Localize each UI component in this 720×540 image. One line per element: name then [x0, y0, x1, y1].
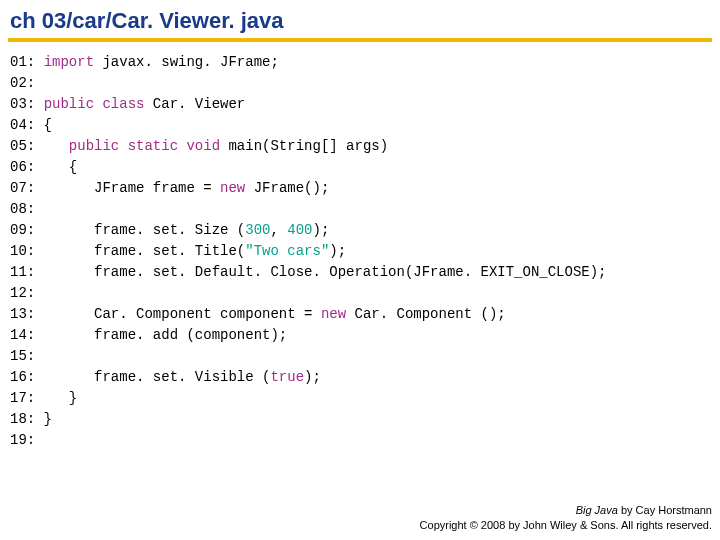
code-token: } — [35, 411, 52, 427]
code-line: 09: frame. set. Size (300, 400); — [10, 220, 720, 241]
code-token — [35, 138, 69, 154]
code-line: 08: — [10, 199, 720, 220]
code-token: JFrame(); — [245, 180, 329, 196]
code-token: } — [35, 390, 77, 406]
string-token: "Two cars" — [245, 243, 329, 259]
code-token: main(String[] args) — [220, 138, 388, 154]
code-token: { — [35, 159, 77, 175]
code-token: frame. set. Default. Close. Operation(JF… — [35, 264, 606, 280]
number-token: 300 — [245, 222, 270, 238]
code-token: frame. set. Title( — [35, 243, 245, 259]
code-line: 10: frame. set. Title("Two cars"); — [10, 241, 720, 262]
code-token: frame. set. Size ( — [35, 222, 245, 238]
code-line: 17: } — [10, 388, 720, 409]
code-token: frame. add (component); — [35, 327, 287, 343]
line-number: 18: — [10, 411, 35, 427]
code-token: Car. Component (); — [346, 306, 506, 322]
code-line: 06: { — [10, 157, 720, 178]
code-token: javax. swing. JFrame; — [94, 54, 279, 70]
code-line: 05: public static void main(String[] arg… — [10, 136, 720, 157]
keyword-token: true — [270, 369, 304, 385]
code-line: 16: frame. set. Visible (true); — [10, 367, 720, 388]
code-line: 14: frame. add (component); — [10, 325, 720, 346]
code-token — [35, 54, 43, 70]
keyword-token: new — [220, 180, 245, 196]
line-number: 10: — [10, 243, 35, 259]
code-token — [35, 96, 43, 112]
code-line: 11: frame. set. Default. Close. Operatio… — [10, 262, 720, 283]
line-number: 03: — [10, 96, 35, 112]
line-number: 12: — [10, 285, 35, 301]
line-number: 14: — [10, 327, 35, 343]
page-title: ch 03/car/Car. Viewer. java — [0, 0, 720, 38]
line-number: 04: — [10, 117, 35, 133]
code-token: , — [270, 222, 287, 238]
line-number: 15: — [10, 348, 35, 364]
code-token: ); — [313, 222, 330, 238]
code-line: 12: — [10, 283, 720, 304]
line-number: 07: — [10, 180, 35, 196]
code-token: frame. set. Visible ( — [35, 369, 270, 385]
line-number: 16: — [10, 369, 35, 385]
code-block: 01: import javax. swing. JFrame;02:03: p… — [0, 52, 720, 451]
line-number: 01: — [10, 54, 35, 70]
code-line: 19: — [10, 430, 720, 451]
footer-author: by Cay Horstmann — [618, 504, 712, 516]
footer-copyright: Copyright © 2008 by John Wiley & Sons. A… — [420, 518, 712, 532]
line-number: 06: — [10, 159, 35, 175]
line-number: 08: — [10, 201, 35, 217]
code-line: 03: public class Car. Viewer — [10, 94, 720, 115]
code-line: 13: Car. Component component = new Car. … — [10, 304, 720, 325]
code-token: Car. Viewer — [144, 96, 245, 112]
line-number: 19: — [10, 432, 35, 448]
keyword-token: public static void — [69, 138, 220, 154]
footer: Big Java by Cay Horstmann Copyright © 20… — [420, 503, 712, 532]
footer-book: Big Java — [576, 504, 618, 516]
keyword-token: public class — [44, 96, 145, 112]
code-token: ); — [329, 243, 346, 259]
code-token: ); — [304, 369, 321, 385]
code-line: 04: { — [10, 115, 720, 136]
code-line: 02: — [10, 73, 720, 94]
code-line: 15: — [10, 346, 720, 367]
title-underline — [8, 38, 712, 42]
code-line: 07: JFrame frame = new JFrame(); — [10, 178, 720, 199]
keyword-token: new — [321, 306, 346, 322]
line-number: 02: — [10, 75, 35, 91]
code-token: Car. Component component = — [35, 306, 321, 322]
line-number: 11: — [10, 264, 35, 280]
keyword-token: import — [44, 54, 94, 70]
code-line: 01: import javax. swing. JFrame; — [10, 52, 720, 73]
code-token: JFrame frame = — [35, 180, 220, 196]
number-token: 400 — [287, 222, 312, 238]
line-number: 09: — [10, 222, 35, 238]
code-token: { — [35, 117, 52, 133]
line-number: 17: — [10, 390, 35, 406]
code-line: 18: } — [10, 409, 720, 430]
line-number: 13: — [10, 306, 35, 322]
line-number: 05: — [10, 138, 35, 154]
